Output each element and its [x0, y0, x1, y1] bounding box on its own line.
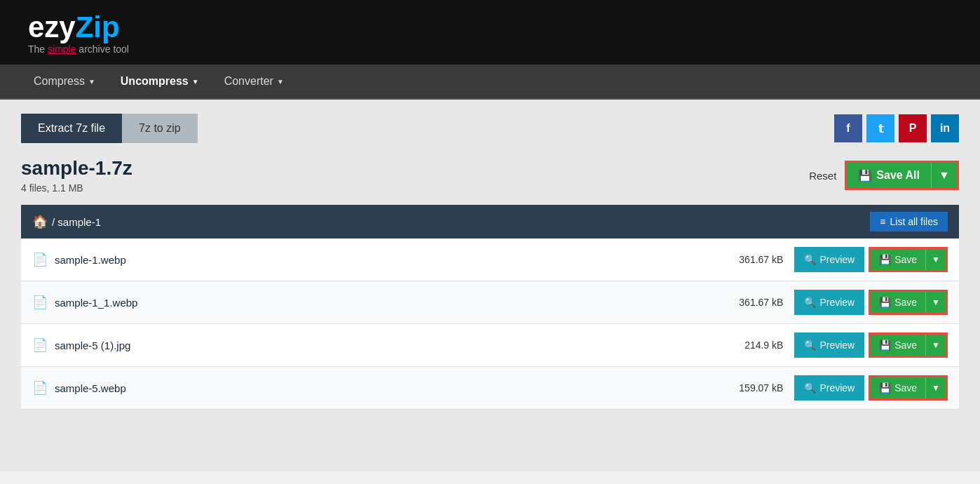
tagline-before: The: [28, 43, 48, 55]
search-icon: 🔍: [804, 254, 816, 265]
save-button-group: 💾 Save ▼: [869, 332, 948, 358]
file-icon: 📄: [32, 252, 48, 267]
save-icon: 💾: [858, 169, 872, 182]
logo: ezyZip The simple archive tool: [28, 13, 129, 55]
file-container: 🏠 / sample-1 ≡ List all files 📄 sample-1…: [21, 205, 959, 410]
reset-button[interactable]: Reset: [809, 170, 836, 182]
table-row: 📄 sample-5 (1).jpg 214.9 kB 🔍 Preview 💾 …: [21, 324, 959, 367]
preview-button[interactable]: 🔍 Preview: [794, 332, 864, 358]
tagline-after: archive tool: [76, 43, 128, 55]
list-all-button[interactable]: ≡ List all files: [870, 212, 948, 231]
search-icon: 🔍: [804, 340, 816, 351]
file-size: 361.67 kB: [720, 254, 783, 265]
tab-group: Extract 7z file 7z to zip: [21, 114, 198, 143]
file-row-actions: 🔍 Preview 💾 Save ▼: [794, 375, 948, 401]
save-all-main-label: 💾 Save All: [847, 163, 932, 188]
file-icon: 📄: [32, 337, 48, 353]
file-info: sample-1.7z 4 files, 1.1 MB: [21, 157, 132, 194]
save-button[interactable]: 💾 Save: [871, 377, 926, 398]
file-actions: Reset 💾 Save All ▼: [809, 161, 959, 190]
save-button-group: 💾 Save ▼: [869, 375, 948, 401]
social-buttons: f 𝕥 P in: [834, 114, 959, 142]
logo-tagline: The simple archive tool: [28, 43, 129, 55]
table-row: 📄 sample-1.webp 361.67 kB 🔍 Preview 💾 Sa…: [21, 238, 959, 281]
save-icon: 💾: [879, 297, 891, 308]
linkedin-button[interactable]: in: [931, 114, 959, 142]
preview-button[interactable]: 🔍 Preview: [794, 290, 864, 315]
file-name: sample-5 (1).jpg: [55, 340, 720, 351]
file-name: sample-5.webp: [55, 382, 720, 394]
table-row: 📄 sample-1_1.webp 361.67 kB 🔍 Preview 💾 …: [21, 281, 959, 324]
file-list: 📄 sample-1.webp 361.67 kB 🔍 Preview 💾 Sa…: [21, 238, 959, 410]
facebook-button[interactable]: f: [834, 114, 862, 142]
save-button-group: 💾 Save ▼: [869, 290, 948, 315]
list-icon: ≡: [880, 216, 885, 227]
home-icon: 🏠: [32, 214, 48, 229]
save-all-dropdown-icon[interactable]: ▼: [932, 163, 957, 188]
save-button[interactable]: 💾 Save: [871, 292, 926, 313]
file-title: sample-1.7z: [21, 157, 132, 180]
logo-zip: Zip: [76, 11, 120, 43]
file-name: sample-1.webp: [55, 254, 720, 266]
file-row-actions: 🔍 Preview 💾 Save ▼: [794, 247, 948, 272]
logo-text: ezyZip: [28, 13, 129, 42]
file-icon: 📄: [32, 380, 48, 396]
search-icon: 🔍: [804, 297, 816, 308]
save-button[interactable]: 💾 Save: [871, 249, 926, 270]
file-info-bar: sample-1.7z 4 files, 1.1 MB Reset 💾 Save…: [21, 157, 959, 194]
tabs-row: Extract 7z file 7z to zip f 𝕥 P in: [21, 114, 959, 143]
file-row-actions: 🔍 Preview 💾 Save ▼: [794, 332, 948, 358]
tagline-simple: simple: [48, 43, 76, 55]
save-dropdown-button[interactable]: ▼: [926, 335, 946, 356]
preview-button[interactable]: 🔍 Preview: [794, 375, 864, 401]
breadcrumb-path-text: / sample-1: [52, 216, 101, 228]
file-name: sample-1_1.webp: [55, 297, 720, 309]
nav-converter[interactable]: Converter ▼: [212, 65, 297, 98]
breadcrumb-bar: 🏠 / sample-1 ≡ List all files: [21, 205, 959, 238]
pinterest-button[interactable]: P: [899, 114, 927, 142]
twitter-button[interactable]: 𝕥: [866, 114, 894, 142]
chevron-down-icon: ▼: [277, 78, 284, 86]
save-dropdown-button[interactable]: ▼: [926, 249, 946, 270]
save-button-group: 💾 Save ▼: [869, 247, 948, 272]
file-size: 214.9 kB: [720, 340, 783, 351]
chevron-down-icon: ▼: [192, 78, 199, 86]
file-icon: 📄: [32, 295, 48, 310]
save-icon: 💾: [879, 340, 891, 351]
table-row: 📄 sample-5.webp 159.07 kB 🔍 Preview 💾 Sa…: [21, 367, 959, 410]
save-dropdown-button[interactable]: ▼: [926, 377, 946, 398]
nav-uncompress[interactable]: Uncompress ▼: [108, 65, 212, 98]
header: ezyZip The simple archive tool: [0, 0, 980, 65]
save-icon: 💾: [879, 382, 891, 394]
logo-ezy: ezy: [28, 11, 76, 43]
main-content: Extract 7z file 7z to zip f 𝕥 P in sampl…: [0, 100, 980, 471]
search-icon: 🔍: [804, 382, 816, 394]
tab-extract-7z[interactable]: Extract 7z file: [21, 114, 122, 143]
save-icon: 💾: [879, 254, 891, 265]
file-size: 159.07 kB: [720, 382, 783, 394]
chevron-down-icon: ▼: [88, 78, 95, 86]
save-button[interactable]: 💾 Save: [871, 335, 926, 356]
breadcrumb: 🏠 / sample-1: [32, 214, 101, 229]
nav-compress[interactable]: Compress ▼: [21, 65, 108, 98]
preview-button[interactable]: 🔍 Preview: [794, 247, 864, 272]
save-dropdown-button[interactable]: ▼: [926, 292, 946, 313]
file-size: 361.67 kB: [720, 297, 783, 308]
file-meta: 4 files, 1.1 MB: [21, 182, 132, 194]
navigation: Compress ▼ Uncompress ▼ Converter ▼: [0, 65, 980, 100]
save-all-button[interactable]: 💾 Save All ▼: [845, 161, 959, 190]
file-row-actions: 🔍 Preview 💾 Save ▼: [794, 290, 948, 315]
tab-7z-to-zip[interactable]: 7z to zip: [122, 114, 198, 143]
